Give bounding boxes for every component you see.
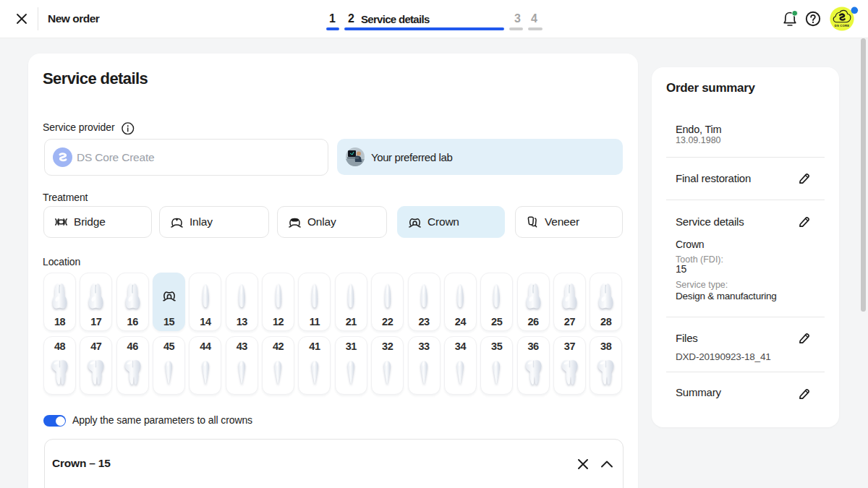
svg-text:DS CORE: DS CORE	[835, 24, 849, 27]
